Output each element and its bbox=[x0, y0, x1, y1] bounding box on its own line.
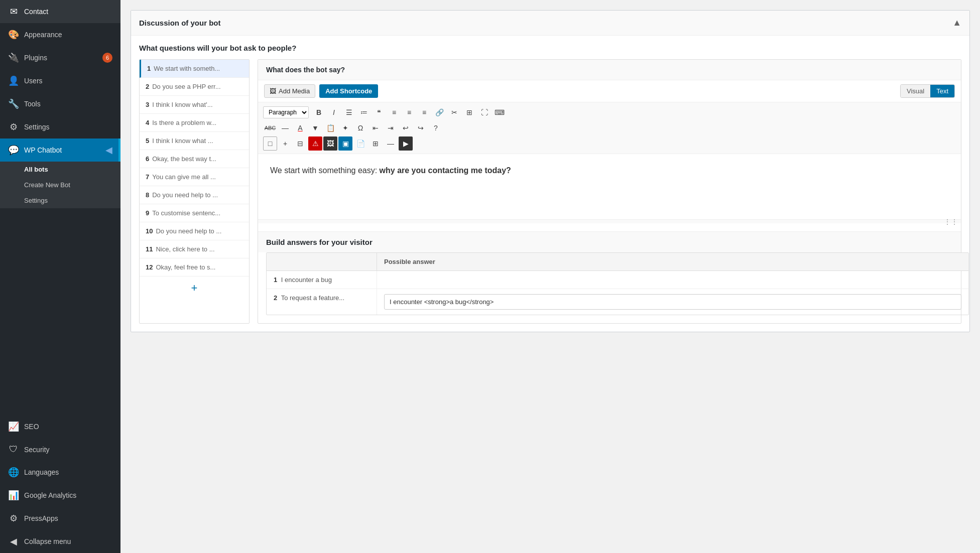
question-item-11[interactable]: 11Nice, click here to ... bbox=[140, 240, 249, 258]
blockquote-button[interactable]: ❝ bbox=[372, 105, 386, 119]
answer-question-1: I encounter a bug bbox=[281, 276, 332, 284]
tab-text[interactable]: Text bbox=[930, 85, 954, 97]
pressapps-icon: ⚙ bbox=[8, 513, 19, 524]
help-button[interactable]: ? bbox=[429, 121, 443, 135]
font-color-button[interactable]: A bbox=[293, 121, 307, 135]
sidebar-item-settings[interactable]: ⚙ Settings bbox=[0, 115, 120, 139]
question-item-1[interactable]: 1We start with someth... bbox=[140, 60, 249, 78]
sidebar-item-collapse[interactable]: ◀ Collapse menu bbox=[0, 530, 120, 553]
sidebar-item-seo[interactable]: 📈 SEO bbox=[0, 415, 120, 438]
sidebar-item-label: Security bbox=[24, 446, 50, 454]
sidebar-item-languages[interactable]: 🌐 Languages bbox=[0, 461, 120, 484]
play-button[interactable]: ▶ bbox=[399, 136, 413, 151]
answer-num-1: 1 bbox=[274, 276, 277, 284]
editor-resize-handle[interactable]: ⋮⋮ bbox=[258, 219, 961, 223]
sidebar-item-appearance[interactable]: 🎨 Appearance bbox=[0, 23, 120, 46]
undo-button[interactable]: ↩ bbox=[399, 121, 413, 135]
sidebar-item-contact[interactable]: ✉ Contact bbox=[0, 0, 120, 23]
editor-section-title: What does the bot say? bbox=[266, 66, 345, 74]
rich-toolbar: Paragraph B I ☰ ≔ ❝ ≡ ≡ ≡ 🔗 bbox=[258, 102, 961, 154]
tab-visual[interactable]: Visual bbox=[901, 85, 930, 97]
question-item-6[interactable]: 6Okay, the best way t... bbox=[140, 150, 249, 168]
grid-button[interactable]: ⊞ bbox=[369, 136, 383, 151]
sidebar-item-users[interactable]: 👤 Users bbox=[0, 69, 120, 92]
plugins-icon: 🔌 bbox=[8, 52, 19, 63]
indent-button[interactable]: ⇥ bbox=[384, 121, 398, 135]
outdent-button[interactable]: ⇤ bbox=[369, 121, 383, 135]
sidebar-item-google-analytics[interactable]: 📊 Google Analytics bbox=[0, 484, 120, 507]
question-item-9[interactable]: 9To customise sentenc... bbox=[140, 204, 249, 222]
table-button[interactable]: ⊞ bbox=[462, 105, 476, 119]
answer-input-2[interactable] bbox=[384, 294, 961, 310]
add-button[interactable]: + bbox=[278, 136, 292, 151]
align-right-button[interactable]: ≡ bbox=[417, 105, 431, 119]
italic-button[interactable]: I bbox=[327, 105, 341, 119]
settings-icon: ⚙ bbox=[8, 121, 19, 132]
answers-section: Build answers for your visitor Possible … bbox=[258, 231, 961, 315]
submenu-create-new-bot[interactable]: Create New Bot bbox=[0, 177, 120, 193]
question-item-5[interactable]: 5I think I know what ... bbox=[140, 132, 249, 150]
fullscreen-button[interactable]: ⛶ bbox=[477, 105, 492, 119]
answer-cell-2-question: 2 To request a feature... bbox=[267, 289, 377, 315]
question-item-4[interactable]: 4Is there a problem w... bbox=[140, 114, 249, 132]
sidebar-item-tools[interactable]: 🔧 Tools bbox=[0, 92, 120, 115]
answer-cell-2-value[interactable] bbox=[377, 289, 968, 315]
analytics-icon: 📊 bbox=[8, 490, 19, 501]
plugins-badge: 6 bbox=[102, 53, 112, 63]
main-content: Discussion of your bot ▲ What questions … bbox=[120, 0, 980, 553]
redo-button[interactable]: ↪ bbox=[414, 121, 428, 135]
hr-button[interactable]: — bbox=[278, 121, 292, 135]
add-media-button[interactable]: 🖼 Add Media bbox=[264, 84, 315, 98]
tools-icon: 🔧 bbox=[8, 98, 19, 109]
sidebar-item-wp-chatbot[interactable]: 💬 WP Chatbot ◀ bbox=[0, 139, 120, 162]
answers-label: Build answers for your visitor bbox=[266, 238, 373, 246]
ul-button[interactable]: ☰ bbox=[342, 105, 356, 119]
editor-toolbar-top: 🖼 Add Media Add Shortcode Visual Text bbox=[258, 80, 961, 102]
question-item-10[interactable]: 10Do you need help to ... bbox=[140, 222, 249, 240]
editor-header: What does the bot say? bbox=[258, 60, 961, 80]
submenu-all-bots[interactable]: All bots bbox=[0, 162, 120, 177]
panel-title: Discussion of your bot bbox=[139, 19, 221, 27]
paste-text-button[interactable]: 📋 bbox=[323, 121, 337, 135]
highlight-box-button[interactable]: ▣ bbox=[338, 136, 352, 151]
editor-content[interactable]: We start with something easy: why are yo… bbox=[258, 154, 961, 219]
add-question-button[interactable]: + bbox=[140, 276, 249, 300]
panel-collapse-button[interactable]: ▲ bbox=[952, 18, 961, 28]
align-left-button[interactable]: ≡ bbox=[387, 105, 401, 119]
sidebar-item-pressapps[interactable]: ⚙ PressApps bbox=[0, 507, 120, 530]
link-button[interactable]: 🔗 bbox=[432, 105, 446, 119]
separator-button[interactable]: — bbox=[384, 136, 398, 151]
ol-button[interactable]: ≔ bbox=[357, 105, 371, 119]
question-item-7[interactable]: 7You can give me all ... bbox=[140, 168, 249, 186]
paragraph-select[interactable]: Paragraph bbox=[263, 106, 309, 118]
submenu-settings[interactable]: Settings bbox=[0, 193, 120, 208]
bold-button[interactable]: B bbox=[312, 105, 326, 119]
clear-format-button[interactable]: ✦ bbox=[338, 121, 352, 135]
question-item-3[interactable]: 3I think I know what'... bbox=[140, 96, 249, 114]
color-picker-button[interactable]: ▼ bbox=[308, 121, 322, 135]
answer-question-2: To request a feature... bbox=[281, 294, 344, 302]
answer-num-2: 2 bbox=[274, 294, 277, 302]
unlink-button[interactable]: ✂ bbox=[447, 105, 461, 119]
special-char-button[interactable]: Ω bbox=[353, 121, 368, 135]
sidebar-item-label: Contact bbox=[24, 8, 48, 16]
toolbar-row-2: ABC — A ▼ 📋 ✦ Ω ⇤ ⇥ ↩ ↪ bbox=[263, 121, 956, 135]
copy-button[interactable]: 📄 bbox=[353, 136, 368, 151]
question-item-8[interactable]: 8Do you need help to ... bbox=[140, 186, 249, 204]
sidebar-item-plugins[interactable]: 🔌 Plugins 6 bbox=[0, 46, 120, 69]
strikethrough-button[interactable]: ABC bbox=[263, 121, 277, 135]
add-shortcode-button[interactable]: Add Shortcode bbox=[319, 84, 378, 98]
code-button[interactable]: ⌨ bbox=[493, 105, 507, 119]
warning-button[interactable]: ⚠ bbox=[308, 136, 322, 151]
panel-body: What questions will your bot ask to peop… bbox=[131, 36, 969, 332]
table2-button[interactable]: ⊟ bbox=[293, 136, 307, 151]
sidebar-item-label: WP Chatbot bbox=[24, 146, 62, 154]
question-item-2[interactable]: 2Do you see a PHP err... bbox=[140, 78, 249, 96]
media-box-button[interactable]: 🖼 bbox=[323, 136, 337, 151]
chatbot-submenu: All bots Create New Bot Settings bbox=[0, 162, 120, 208]
format-box-button[interactable]: □ bbox=[263, 136, 277, 151]
align-center-button[interactable]: ≡ bbox=[402, 105, 416, 119]
sidebar-item-security[interactable]: 🛡 Security bbox=[0, 438, 120, 461]
questions-label: What questions will your bot ask to peop… bbox=[139, 44, 961, 52]
question-item-12[interactable]: 12Okay, feel free to s... bbox=[140, 258, 249, 276]
